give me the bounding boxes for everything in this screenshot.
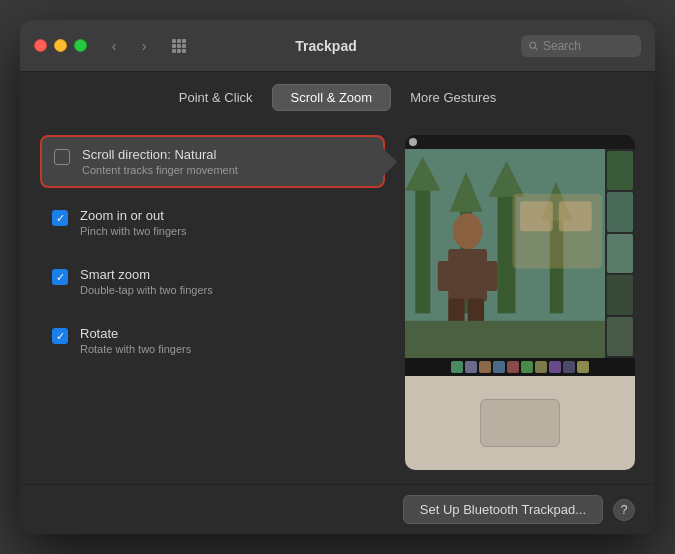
- keyboard-area: [405, 376, 635, 470]
- left-panel: Scroll direction: Natural Content tracks…: [40, 135, 385, 470]
- tab-scroll-zoom[interactable]: Scroll & Zoom: [272, 84, 392, 111]
- dock-icon-8: [549, 361, 561, 373]
- rotate-title: Rotate: [80, 326, 191, 341]
- scroll-direction-checkbox-wrapper[interactable]: [54, 149, 70, 165]
- window-title: Trackpad: [131, 38, 521, 54]
- trackpad-surface: [480, 399, 560, 447]
- svg-point-22: [453, 213, 483, 249]
- scroll-direction-desc: Content tracks finger movement: [82, 164, 238, 176]
- scroll-direction-text: Scroll direction: Natural Content tracks…: [82, 147, 238, 176]
- dock-icon-7: [535, 361, 547, 373]
- content-area: Scroll direction: Natural Content tracks…: [20, 121, 655, 484]
- dock-icon-5: [507, 361, 519, 373]
- rotate-row[interactable]: ✓ Rotate Rotate with two fingers: [40, 316, 385, 365]
- rotate-checkbox[interactable]: ✓: [52, 328, 68, 344]
- dock-icon-4: [493, 361, 505, 373]
- scroll-direction-title: Scroll direction: Natural: [82, 147, 238, 162]
- zoom-title: Zoom in or out: [80, 208, 186, 223]
- zoom-checkbox[interactable]: ✓: [52, 210, 68, 226]
- smart-zoom-text: Smart zoom Double-tap with two fingers: [80, 267, 213, 296]
- zoom-in-out-row[interactable]: ✓ Zoom in or out Pinch with two fingers: [40, 198, 385, 247]
- search-icon: [529, 40, 538, 52]
- svg-line-10: [535, 47, 537, 49]
- dock-icon-6: [521, 361, 533, 373]
- tab-more-gestures[interactable]: More Gestures: [391, 84, 515, 111]
- fullscreen-button[interactable]: [74, 39, 87, 52]
- thumb-3: [607, 234, 633, 273]
- svg-rect-31: [405, 321, 605, 358]
- rotate-text: Rotate Rotate with two fingers: [80, 326, 191, 355]
- scroll-direction-checkbox[interactable]: [54, 149, 70, 165]
- svg-rect-14: [415, 179, 430, 313]
- zoom-desc: Pinch with two fingers: [80, 225, 186, 237]
- trackpad-preferences-window: ‹ › Trackpad Poin: [20, 20, 655, 534]
- help-button[interactable]: ?: [613, 499, 635, 521]
- smart-zoom-checkbox[interactable]: ✓: [52, 269, 68, 285]
- svg-point-9: [530, 42, 536, 48]
- dock-bar: [405, 358, 635, 376]
- smart-zoom-row[interactable]: ✓ Smart zoom Double-tap with two fingers: [40, 257, 385, 306]
- laptop-illustration: [405, 135, 635, 470]
- dock-icon-1: [451, 361, 463, 373]
- bottom-bar: Set Up Bluetooth Trackpad... ?: [20, 484, 655, 534]
- sidebar-thumbnails: [605, 149, 635, 358]
- inner-window: [405, 149, 605, 358]
- search-box[interactable]: [521, 35, 641, 57]
- thumb-2: [607, 192, 633, 231]
- back-button[interactable]: ‹: [101, 36, 127, 56]
- close-button[interactable]: [34, 39, 47, 52]
- tab-point-click[interactable]: Point & Click: [160, 84, 272, 111]
- minimize-button[interactable]: [54, 39, 67, 52]
- zoom-checkbox-wrapper[interactable]: ✓: [52, 210, 68, 226]
- titlebar: ‹ › Trackpad: [20, 20, 655, 72]
- menu-bar: [405, 135, 635, 149]
- dock-icon-10: [577, 361, 589, 373]
- dock-icon-3: [479, 361, 491, 373]
- scroll-direction-row[interactable]: Scroll direction: Natural Content tracks…: [40, 135, 385, 188]
- svg-rect-30: [559, 201, 592, 231]
- smart-zoom-title: Smart zoom: [80, 267, 213, 282]
- forest-svg: [405, 149, 605, 358]
- dock-icon-9: [563, 361, 575, 373]
- dock-icon-2: [465, 361, 477, 373]
- search-input[interactable]: [543, 39, 633, 53]
- svg-rect-25: [480, 261, 498, 291]
- smart-zoom-desc: Double-tap with two fingers: [80, 284, 213, 296]
- setup-bluetooth-button[interactable]: Set Up Bluetooth Trackpad...: [403, 495, 603, 524]
- zoom-text: Zoom in or out Pinch with two fingers: [80, 208, 186, 237]
- apple-menu-icon: [409, 138, 417, 146]
- thumb-5: [607, 317, 633, 356]
- rotate-desc: Rotate with two fingers: [80, 343, 191, 355]
- rotate-checkbox-wrapper[interactable]: ✓: [52, 328, 68, 344]
- smart-zoom-checkbox-wrapper[interactable]: ✓: [52, 269, 68, 285]
- tabs-bar: Point & Click Scroll & Zoom More Gesture…: [20, 72, 655, 121]
- thumb-1: [607, 151, 633, 190]
- laptop-illustration-panel: [405, 135, 635, 470]
- thumb-4: [607, 275, 633, 314]
- traffic-lights: [34, 39, 87, 52]
- screen-area: [405, 135, 635, 376]
- svg-rect-24: [438, 261, 456, 291]
- svg-rect-29: [520, 201, 553, 231]
